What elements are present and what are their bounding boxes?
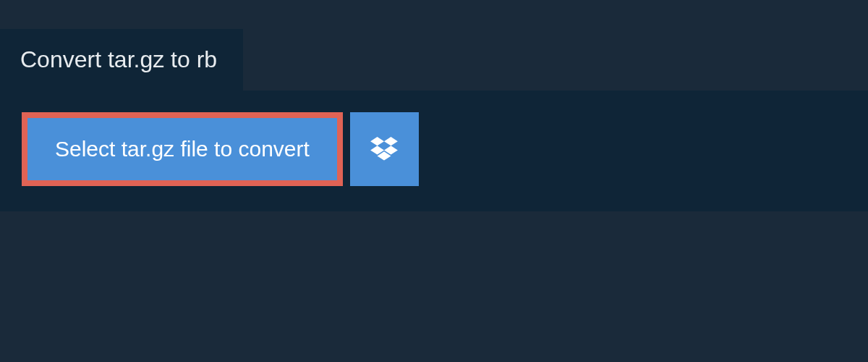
- dropbox-icon: [370, 137, 398, 161]
- button-row: Select tar.gz file to convert: [22, 112, 846, 186]
- dropbox-button[interactable]: [350, 112, 419, 186]
- select-file-label: Select tar.gz file to convert: [55, 137, 310, 161]
- header-tab: Convert tar.gz to rb: [0, 29, 243, 90]
- upload-section: Select tar.gz file to convert: [0, 90, 868, 211]
- page-title: Convert tar.gz to rb: [20, 46, 217, 72]
- select-file-button[interactable]: Select tar.gz file to convert: [22, 112, 343, 186]
